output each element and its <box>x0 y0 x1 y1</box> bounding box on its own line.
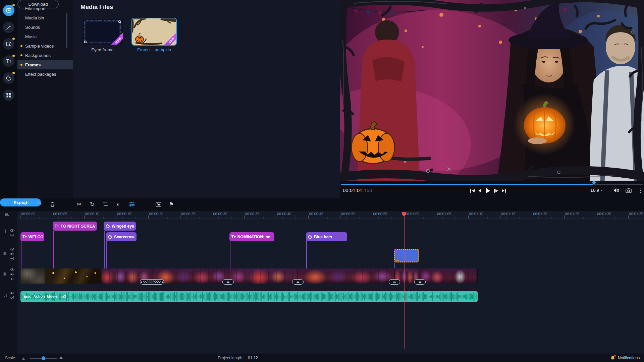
transition-marker[interactable]: ◂▸ <box>292 279 304 285</box>
crop-button[interactable] <box>101 200 110 208</box>
video-clip[interactable] <box>298 268 394 284</box>
sidebar-item-sounds[interactable]: Sounds <box>17 22 73 32</box>
title-track-icon: T <box>3 229 8 233</box>
audio-track-mute-toggle[interactable] <box>9 291 15 295</box>
flag-button[interactable]: ⚑ <box>167 200 176 208</box>
media-item-frame-pumpkin[interactable]: NEW <box>131 18 177 46</box>
media-item-label: Frame – pumpkin <box>131 47 177 52</box>
rotate-button[interactable]: ↻ <box>88 200 97 208</box>
play-button[interactable] <box>486 188 490 194</box>
title-clip-blue-bats[interactable]: Blue bats <box>306 232 347 241</box>
sidebar-item-backgrounds[interactable]: Backgrounds <box>17 51 73 60</box>
zoom-out-icon[interactable] <box>22 357 25 359</box>
sidebar-transitions-button[interactable] <box>3 38 14 50</box>
sliders-button[interactable] <box>127 200 136 208</box>
video-track-visibility-toggle[interactable] <box>9 267 15 272</box>
video-clip[interactable] <box>420 268 478 284</box>
preview-volume-button[interactable] <box>612 187 621 194</box>
more-options-button[interactable]: ⋮ <box>637 187 644 194</box>
seek-track[interactable] <box>341 184 643 185</box>
ruler-label: 00:00:25 <box>181 212 195 216</box>
title-clip-scarecrow[interactable]: Scarecrow <box>106 232 137 241</box>
sidebar-item-effect-packages[interactable]: Effect packages <box>17 69 73 79</box>
sidebar-stickers-button[interactable] <box>3 72 14 84</box>
title-track-link-toggle[interactable] <box>9 233 15 237</box>
module-iconbar: TT <box>0 0 17 198</box>
audio-track-unlink-toggle[interactable] <box>9 295 15 300</box>
sidebar-titles-button[interactable]: TT <box>3 55 14 67</box>
title-clip-winged-eye[interactable]: Winged eye <box>104 222 136 231</box>
ruler-label: 00:00:10 <box>85 212 99 216</box>
ruler-label: 00:00:40 <box>277 212 291 216</box>
timeline: T 00:00:0000:00:0500:00:1000:00:1500:00:… <box>0 211 644 354</box>
undo-button[interactable]: ↶ <box>22 200 31 208</box>
aspect-ratio-dropdown[interactable]: 16:9 ▾ <box>590 188 602 193</box>
next-frame-button[interactable] <box>494 188 498 194</box>
transition-marker[interactable]: ◂▸ <box>222 279 234 285</box>
sidebar-item-file-import[interactable]: File import <box>17 4 73 13</box>
menu-item-label: Music <box>25 34 37 39</box>
sidebar-item-media-bin[interactable]: Media bin <box>17 13 73 22</box>
status-bar: Scale: Project length: 01:12 Notificatio… <box>0 354 644 362</box>
audio-clip[interactable]: Epic_Action_Movie.mp3 <box>20 291 478 302</box>
seek-bar[interactable] <box>340 182 644 186</box>
video-track-mute-toggle[interactable] <box>9 272 15 277</box>
contrast-button[interactable]: ◐ <box>114 200 123 208</box>
track-headers: T <box>0 211 17 354</box>
seek-knob[interactable] <box>592 181 596 184</box>
video-clip[interactable] <box>228 268 298 284</box>
scissors-button[interactable]: ✂ <box>75 200 84 208</box>
previous-frame-button[interactable] <box>478 188 483 194</box>
sidebar-file-import-button[interactable] <box>3 5 14 16</box>
transition-marker[interactable]: ◂▸ <box>140 279 164 285</box>
export-button[interactable]: Export <box>0 198 41 206</box>
sticker-icon <box>108 235 112 239</box>
sidebar-item-frames[interactable]: Frames <box>17 60 73 69</box>
ruler-label: 00:01:10 <box>469 212 483 216</box>
transition-marker[interactable]: ◂▸ <box>414 279 426 285</box>
clip-label: TO NIGHT SCREA <box>61 224 95 229</box>
sidebar-effects-button[interactable] <box>3 89 14 101</box>
video-track-move-back-button[interactable] <box>9 277 15 281</box>
title-clip-to-night-screa[interactable]: TTTO NIGHT SCREA <box>53 222 97 231</box>
add-track-button[interactable] <box>4 212 9 217</box>
ruler-label: 00:00:30 <box>213 212 227 216</box>
title-clip-nomination-be[interactable]: TTNOMINATION: be <box>229 232 274 241</box>
menu-scrollbar[interactable] <box>66 13 67 48</box>
media-item-eyed-frame[interactable]: NEW <box>82 19 123 45</box>
title-clip-welco[interactable]: TTWELCO <box>20 232 44 241</box>
sidebar-filters-button[interactable] <box>3 22 14 33</box>
update-dot <box>12 4 15 6</box>
sticker-icon <box>308 235 312 239</box>
clip-connector <box>306 241 307 268</box>
notifications-button[interactable]: Notifications <box>610 355 640 361</box>
sidebar-item-music[interactable]: Music <box>17 32 73 41</box>
overlay-clip-pumpkin-frame[interactable] <box>394 249 419 262</box>
overlay-track-visibility-toggle[interactable] <box>9 247 15 251</box>
timecode-ms: .150 <box>362 187 372 193</box>
media-panel: Media Files NEWEyed frameNEWFrame – pump… <box>73 0 340 198</box>
zoom-in-icon[interactable] <box>59 356 63 359</box>
timeline-ruler[interactable]: 00:00:0000:00:0500:00:1000:00:1500:00:20… <box>17 211 644 219</box>
video-track-icon <box>2 272 7 276</box>
scale-slider-knob[interactable] <box>42 356 45 360</box>
skip-to-end-button[interactable] <box>502 188 506 194</box>
skip-to-start-button[interactable] <box>470 188 475 194</box>
menu-item-label: Frames <box>25 62 41 67</box>
snapshot-camera-button[interactable] <box>625 187 633 194</box>
overlay-track-link-toggle[interactable] <box>9 256 15 261</box>
new-content-dot <box>20 45 22 47</box>
sidebar-item-sample-videos[interactable]: Sample videos <box>17 41 73 51</box>
clip-label: Scarecrow <box>114 235 135 239</box>
overlay-track-mute-toggle[interactable] <box>9 251 15 256</box>
redo-button[interactable]: ↷ <box>35 200 44 208</box>
trash-button[interactable] <box>48 200 57 208</box>
video-clip[interactable] <box>20 268 45 284</box>
frame-eye-decoration <box>118 20 121 23</box>
ruler-label: 00:00:00 <box>21 212 35 216</box>
video-clip[interactable] <box>45 268 101 284</box>
pip-button[interactable] <box>154 200 163 208</box>
import-icon <box>6 7 12 13</box>
title-track-visibility-toggle[interactable] <box>9 228 15 233</box>
transition-marker[interactable]: ◂▸ <box>389 279 400 285</box>
